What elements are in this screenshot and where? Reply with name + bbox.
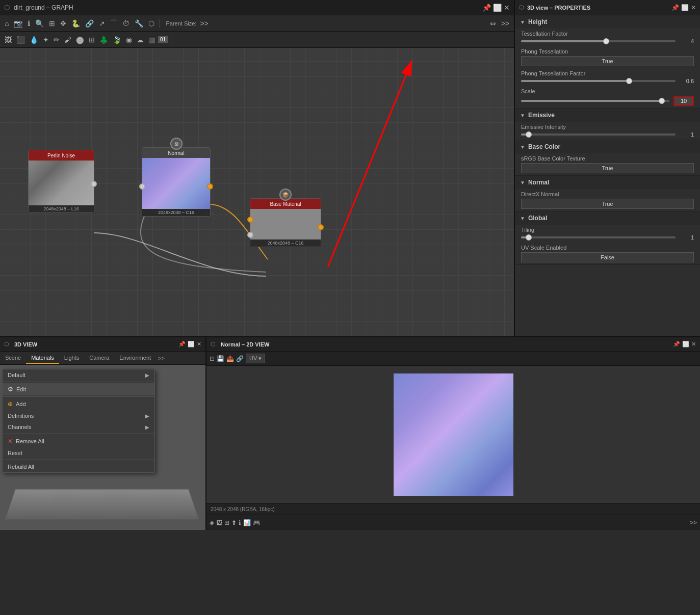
paint-icon[interactable]: 🖌 — [63, 35, 73, 45]
phong-tess-toggle[interactable]: True — [521, 56, 694, 66]
3d-pin-icon[interactable]: 📌 — [178, 341, 186, 347]
normal-output-pin[interactable] — [207, 183, 213, 190]
cloud-icon[interactable]: ☁ — [135, 35, 145, 45]
base-material-icon: 📦 — [279, 189, 292, 201]
droplet-icon[interactable]: 💧 — [28, 35, 40, 45]
select-icon[interactable]: ⊞ — [47, 18, 57, 29]
ctx-channels-row[interactable]: Channels ▶ — [3, 421, 154, 433]
normal-section-header[interactable]: ▼ Normal — [515, 176, 700, 189]
footer-overflow-icon[interactable]: >> — [690, 519, 697, 526]
pen-icon[interactable]: ✏ — [52, 35, 61, 45]
tab-camera[interactable]: Camera — [84, 353, 114, 364]
sphere-icon[interactable]: ◉ — [124, 35, 134, 45]
footer-icon-1[interactable]: ◈ — [210, 519, 214, 526]
global-section-header[interactable]: ▼ Global — [515, 211, 700, 225]
normal-node[interactable]: ⊠ Normal 2048x2048 – C16 — [142, 147, 211, 217]
base-material-output-pin[interactable] — [318, 224, 324, 230]
ctx-reset-row[interactable]: Reset — [3, 447, 154, 459]
bend-icon[interactable]: ↗ — [97, 18, 107, 29]
tree-icon[interactable]: 🌲 — [98, 35, 110, 45]
props-close-icon[interactable]: ✕ — [691, 4, 696, 11]
tab-environment[interactable]: Environment — [114, 353, 156, 364]
app-title: dirt_ground – GRAPH — [14, 4, 73, 11]
3d-view-content[interactable]: Default ▶ ⚙ Edit ⊕ Add Definitions — [0, 365, 205, 530]
3d-close-icon[interactable]: ✕ — [197, 341, 201, 347]
scale-slider[interactable] — [521, 100, 669, 102]
2d-save-icon[interactable]: 💾 — [217, 355, 224, 362]
footer-icon-7[interactable]: 🎮 — [253, 519, 261, 526]
uv-scale-toggle[interactable]: False — [521, 252, 694, 262]
context-menu: Default ▶ ⚙ Edit ⊕ Add Definitions — [2, 369, 155, 473]
perlin-noise-node[interactable]: Perlin Noise 2048x2048 – L16 — [28, 150, 94, 213]
tiling-slider[interactable] — [521, 236, 676, 238]
phong-tess-factor-slider[interactable] — [521, 80, 676, 82]
pin-icon[interactable]: 📌 — [482, 4, 491, 12]
leaf-icon[interactable]: 🍃 — [111, 35, 123, 45]
2d-link-icon[interactable]: 🔗 — [236, 355, 244, 362]
info-icon[interactable]: ℹ — [26, 18, 32, 29]
scale-value[interactable]: 10 — [673, 96, 694, 106]
footer-icon-4[interactable]: ⬆ — [231, 519, 237, 526]
ctx-divider2 — [3, 396, 154, 397]
move-icon[interactable]: ✥ — [59, 18, 68, 29]
ctx-default-row[interactable]: Default ▶ — [3, 369, 154, 381]
perlin-node-body — [29, 161, 94, 205]
square-icon[interactable]: ⬛ — [15, 35, 27, 45]
maximize-icon[interactable]: ⬜ — [493, 4, 502, 12]
tessellation-factor-slider[interactable] — [521, 40, 676, 42]
ctx-definitions-row[interactable]: Definitions ▶ — [3, 410, 154, 421]
2d-export-icon[interactable]: 📤 — [226, 355, 234, 362]
arc-icon[interactable]: ⌒ — [109, 18, 119, 29]
2d-close-icon[interactable]: ✕ — [691, 341, 696, 347]
2d-view-content[interactable] — [206, 366, 700, 503]
tabs-overflow-icon[interactable]: >> — [158, 355, 165, 361]
search-icon[interactable]: 🔍 — [34, 18, 45, 29]
emissive-intensity-slider[interactable] — [521, 133, 676, 136]
overflow-icon[interactable]: >> — [198, 18, 210, 29]
base-material-input-bottom[interactable] — [247, 232, 253, 238]
ctx-remove-row[interactable]: ✕ Remove All — [3, 435, 154, 447]
circle-icon[interactable]: ⬤ — [74, 35, 86, 45]
plugin-icon[interactable]: ⬡ — [147, 18, 156, 29]
tab-materials[interactable]: Materials — [26, 353, 59, 364]
python-icon[interactable]: 🐍 — [70, 18, 82, 29]
footer-icon-5[interactable]: ℹ — [239, 519, 241, 526]
perlin-output-pin[interactable] — [91, 181, 97, 187]
base-material-node[interactable]: 📦 Base Material 2048x2048 – C16 — [250, 198, 321, 247]
footer-icon-6[interactable]: 📊 — [243, 519, 251, 526]
directx-normal-toggle[interactable]: True — [521, 199, 694, 209]
2d-channel-select[interactable]: UV ▾ — [246, 354, 265, 363]
ctx-edit-row[interactable]: ⚙ Edit — [3, 383, 154, 395]
ctx-rebuild-row[interactable]: Rebuild All — [3, 461, 154, 472]
srgb-toggle[interactable]: True — [521, 163, 694, 173]
3d-maximize-icon[interactable]: ⬜ — [188, 341, 195, 347]
close-icon[interactable]: ✕ — [504, 4, 510, 12]
graph-canvas[interactable]: Perlin Noise 2048x2048 – L16 ⊠ Normal — [0, 48, 514, 336]
footer-icon-2[interactable]: 🖼 — [216, 519, 222, 526]
2d-fit-icon[interactable]: ⊡ — [210, 355, 215, 362]
scatter-icon[interactable]: ✦ — [41, 35, 50, 45]
clock-icon[interactable]: ⏱ — [121, 18, 131, 29]
props-maximize-icon[interactable]: ⬜ — [681, 4, 689, 11]
tab-lights[interactable]: Lights — [59, 353, 84, 364]
normal-input-pin[interactable] — [139, 183, 145, 190]
tab-scene[interactable]: Scene — [0, 353, 26, 364]
wrench-icon[interactable]: 🔧 — [133, 18, 145, 29]
home-icon[interactable]: ⌂ — [3, 18, 10, 29]
height-section-header[interactable]: ▼ Height — [515, 15, 700, 29]
grid-icon[interactable]: ⊞ — [87, 35, 96, 45]
base-color-section-header[interactable]: ▼ Base Color — [515, 140, 700, 153]
overflow2-icon[interactable]: >> — [500, 18, 511, 29]
ctx-add-row[interactable]: ⊕ Add — [3, 398, 154, 410]
footer-icon-3[interactable]: ⊞ — [224, 519, 229, 526]
image-icon[interactable]: 🖼 — [3, 35, 13, 45]
camera-icon[interactable]: 📷 — [12, 18, 24, 29]
2d-maximize-icon[interactable]: ⬜ — [682, 341, 689, 347]
base-material-input-top[interactable] — [247, 217, 253, 223]
link-icon[interactable]: 🔗 — [84, 18, 95, 29]
emissive-section-header[interactable]: ▼ Emissive — [515, 109, 700, 122]
link2-icon[interactable]: ⇔ — [488, 18, 498, 29]
props-pin-icon[interactable]: 📌 — [671, 4, 679, 11]
texture-icon[interactable]: ▦ — [147, 35, 157, 45]
2d-pin-icon[interactable]: 📌 — [673, 341, 680, 347]
